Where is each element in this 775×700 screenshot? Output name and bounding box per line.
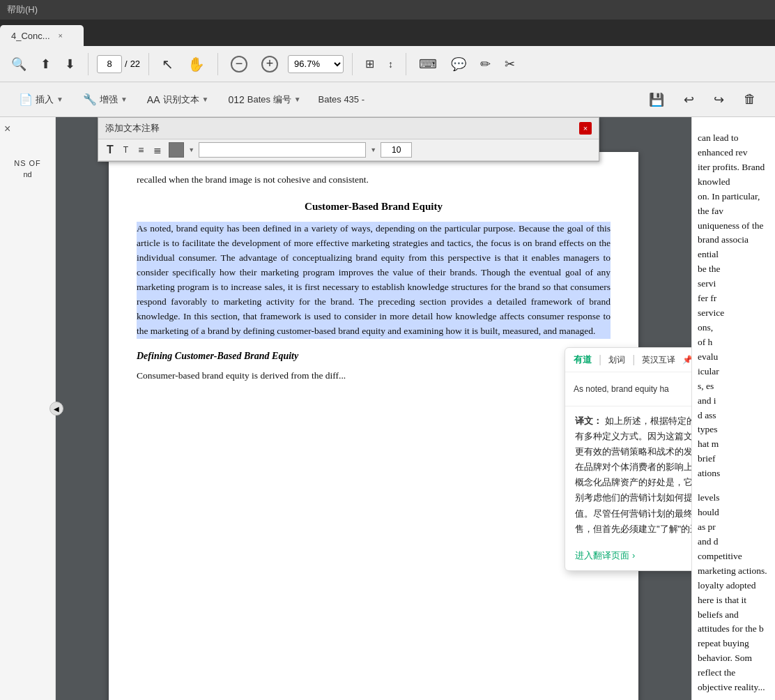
save-button[interactable]: 💾 [641, 89, 672, 111]
cursor-button[interactable]: ↖ [158, 53, 178, 75]
undo-icon: ↩ [684, 92, 694, 107]
zoom-in-icon: + [261, 56, 278, 73]
youdao-translation-label: 译文： [575, 416, 602, 426]
download-button[interactable]: ⬇ [61, 54, 79, 75]
right-col-line-26: competitive marketing actions. [698, 549, 769, 579]
secondary-toolbar: 📄 插入 ▼ 🔧 增强 ▼ AA 识别文本 ▼ 012 Bates 编号 ▼ B… [0, 82, 775, 117]
youdao-search-row: As noted, brand equity ha 🔍 [565, 372, 691, 406]
text-annotation-dialog: 添加文本注释 × T T ≡ ≣ ▼ ▼ [98, 117, 599, 162]
tab-bar: 4_Conc... × [0, 20, 775, 46]
bottom-text: Consumer-based brand equity is derived f… [137, 369, 611, 383]
hand-icon: ✋ [187, 56, 205, 73]
right-col-line-30: reflect the objective reality... [698, 666, 769, 695]
youdao-divider-1: | [599, 353, 601, 366]
separator-4 [352, 53, 353, 75]
sidebar-label-ns: NS OF [14, 159, 41, 167]
section-heading: Customer-Based Brand Equity [137, 199, 611, 215]
font-bigger-button[interactable]: T [104, 142, 116, 158]
upload-button[interactable]: ⬆ [36, 54, 55, 75]
zoom-in-button[interactable]: + [257, 53, 282, 75]
right-col-line-10: ons, [698, 321, 769, 335]
right-col-line-6: be the [698, 262, 769, 277]
edit-button[interactable]: ✂ [500, 54, 519, 75]
sidebar-collapse-button[interactable]: ◀ [49, 402, 63, 416]
dialog-toolbar: T T ≡ ≣ ▼ ▼ [98, 139, 599, 161]
ocr-icon: AA [147, 94, 160, 105]
comment-button[interactable]: 💬 [447, 54, 470, 75]
right-col-line-28: beliefs and attitudes for the b [698, 608, 769, 637]
color-caret[interactable]: ▼ [188, 146, 194, 153]
pen-button[interactable]: ✏ [476, 54, 495, 75]
dialog-title-bar: 添加文本注释 × [98, 118, 599, 139]
main-content-area: × ◀ NS OF nd 添加文本注释 × T T ≡ ≣ ▼ ▼ [0, 117, 775, 700]
bates-button[interactable]: 012 Bates 编号 ▼ [220, 90, 308, 109]
right-col-line-2: iter profits. Brand knowled [698, 160, 769, 190]
tab-item[interactable]: 4_Conc... × [0, 25, 84, 46]
right-col-line-3: on. In particular, the fav [698, 190, 769, 219]
ocr-button[interactable]: AA 识别文本 ▼ [139, 90, 217, 109]
keyboard-icon: ⌨ [419, 56, 437, 72]
enhance-button[interactable]: 🔧 增强 ▼ [75, 89, 135, 109]
delete-icon: 🗑 [744, 92, 756, 107]
subheading: Defining Customer-Based Brand Equity [137, 349, 611, 364]
zoom-out-button[interactable]: − [227, 53, 252, 75]
youdao-pin-icon[interactable]: 📌 [682, 355, 691, 365]
right-col-line-21 [698, 481, 769, 491]
fit-button-2[interactable]: ↕ [384, 56, 397, 73]
upload-icon: ⬆ [40, 56, 51, 72]
youdao-mode-word[interactable]: 划词 [608, 354, 625, 366]
main-paragraph[interactable]: As noted, brand equity has been defined … [137, 222, 611, 338]
menu-help[interactable]: 帮助(H) [7, 3, 38, 16]
separator-1 [88, 53, 89, 75]
youdao-header: 有道 | 划词 | 英汉互译 📌 × ⋮ [565, 348, 691, 372]
font-caret[interactable]: ▼ [370, 146, 376, 153]
right-col-line-7: servi [698, 277, 769, 291]
search-button[interactable]: 🔍 [7, 54, 31, 75]
right-col-line-9: service [698, 306, 769, 321]
pdf-page: recalled when the brand image is not coh… [109, 152, 638, 700]
right-col-line-18: hat m [698, 437, 769, 452]
edit-icon: ✂ [505, 56, 515, 72]
right-col-line-12: evalu [698, 350, 769, 365]
indent-increase-button[interactable]: ≡ [135, 143, 146, 157]
fit-page-button[interactable]: ⊞ [361, 54, 378, 73]
indent-decrease-button[interactable]: ≣ [151, 143, 164, 157]
font-name-input[interactable] [199, 142, 366, 158]
right-col-line-5: ential [698, 248, 769, 262]
ocr-label: 识别文本 [163, 93, 199, 106]
color-picker-swatch[interactable] [169, 142, 184, 158]
delete-button[interactable]: 🗑 [736, 89, 764, 110]
keyboard-button[interactable]: ⌨ [415, 54, 441, 75]
redo-button[interactable]: ↪ [706, 89, 732, 111]
enhance-caret: ▼ [121, 96, 128, 103]
right-col-line-24: as pr [698, 520, 769, 535]
dialog-close-button[interactable]: × [579, 122, 592, 135]
right-col-line-25: and d [698, 535, 769, 549]
insert-button[interactable]: 📄 插入 ▼ [11, 89, 71, 109]
font-smaller-button[interactable]: T [121, 144, 131, 156]
youdao-translate-link[interactable]: 进入翻译页面 [575, 549, 629, 562]
right-col-line-15: and i [698, 394, 769, 409]
youdao-mode-translate[interactable]: 英汉互译 [642, 354, 675, 366]
undo-button[interactable]: ↩ [676, 89, 702, 111]
fit-icon-2: ↕ [388, 59, 393, 70]
bates-number: Bates 435 - [319, 94, 365, 105]
page-navigation: 8 / 22 [97, 55, 140, 73]
tab-close-button[interactable]: × [56, 31, 66, 40]
menu-bar: 帮助(H) [0, 0, 775, 20]
youdao-link-arrow: › [632, 550, 635, 561]
sidebar-close-button[interactable]: × [4, 123, 10, 135]
pdf-top-text: recalled when the brand image is not coh… [137, 173, 611, 188]
sidebar-label-nd: nd [23, 170, 31, 178]
zoom-level-select[interactable]: 96.7% [288, 55, 344, 73]
font-size-input[interactable] [381, 142, 412, 158]
bates-label: Bates 编号 [247, 93, 291, 106]
page-current-input[interactable]: 8 [97, 55, 122, 73]
enhance-label: 增强 [100, 93, 118, 106]
main-toolbar: 🔍 ⬆ ⬇ 8 / 22 ↖ ✋ − + 96.7% ⊞ ↕ ⌨ 💬 ✏ [0, 46, 775, 82]
comment-icon: 💬 [451, 56, 466, 72]
hand-tool-button[interactable]: ✋ [183, 53, 209, 75]
insert-caret: ▼ [56, 96, 63, 103]
dialog-title: 添加文本注释 [105, 122, 160, 135]
right-col-line-11: of h [698, 335, 769, 350]
